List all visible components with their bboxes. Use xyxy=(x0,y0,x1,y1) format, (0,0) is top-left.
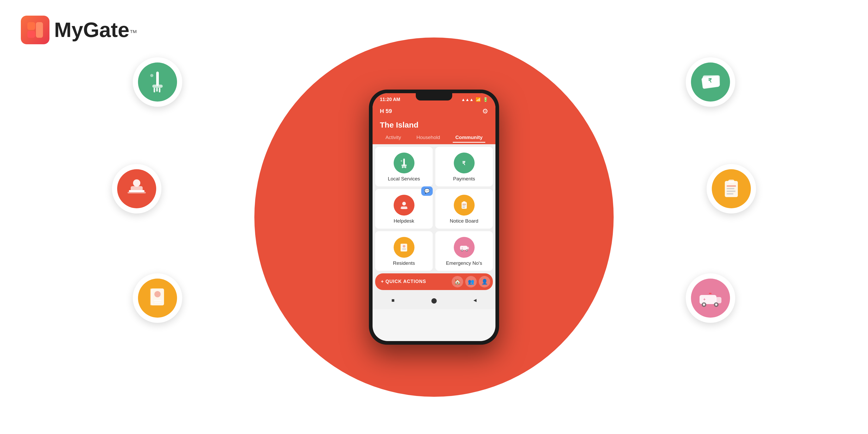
settings-icon[interactable]: ⚙ xyxy=(482,107,488,115)
grid-cell-residents[interactable]: Residents xyxy=(375,231,433,271)
unit-label: H 59 xyxy=(380,108,392,115)
qa-icon-visitor[interactable]: 🏠 xyxy=(452,276,463,287)
svg-rect-40 xyxy=(404,166,405,168)
signal-icon: ▲▲▲ xyxy=(461,97,473,102)
svg-rect-5 xyxy=(154,88,155,92)
svg-rect-24 xyxy=(726,185,736,187)
svg-rect-61 xyxy=(460,246,467,250)
svg-rect-0 xyxy=(27,22,35,30)
phone-notch xyxy=(416,93,452,100)
svg-text:+: + xyxy=(703,297,706,302)
float-icon-helpdesk xyxy=(112,164,161,214)
svg-rect-4 xyxy=(152,85,163,88)
nav-square[interactable]: ■ xyxy=(389,296,398,305)
quick-actions-container: + QUICK ACTIONS 🏠 👥 👤 xyxy=(373,271,495,292)
tabs-bar: Activity Household Community xyxy=(373,133,495,144)
svg-rect-57 xyxy=(400,244,402,251)
svg-rect-27 xyxy=(726,193,734,194)
payments-icon: ₹ xyxy=(454,153,475,174)
svg-rect-1 xyxy=(27,31,35,38)
grid-cell-notice-board[interactable]: Notice Board xyxy=(435,189,493,228)
svg-point-65 xyxy=(462,250,463,251)
svg-rect-59 xyxy=(402,249,406,249)
phone-screen: 11:20 AM ▲▲▲ 📶 🔋 H 59 ⚙ The Island Activ… xyxy=(373,93,495,341)
svg-point-15 xyxy=(154,291,161,297)
grid-cell-helpdesk[interactable]: 💬 Helpdesk xyxy=(375,189,433,228)
svg-rect-3 xyxy=(156,71,159,86)
svg-rect-25 xyxy=(726,188,735,189)
svg-rect-26 xyxy=(726,191,736,192)
svg-point-9 xyxy=(133,179,140,187)
status-time: 11:20 AM xyxy=(380,97,400,102)
residents-icon xyxy=(394,237,414,258)
float-icon-residents xyxy=(133,273,182,323)
wifi-icon: 📶 xyxy=(476,97,481,102)
qa-icons-group: 🏠 👥 👤 xyxy=(452,276,490,287)
svg-rect-38 xyxy=(401,164,407,166)
float-icon-local-services xyxy=(133,57,182,107)
svg-point-66 xyxy=(466,250,467,251)
residents-label: Residents xyxy=(393,260,415,266)
svg-rect-16 xyxy=(154,300,161,301)
svg-rect-28 xyxy=(700,295,716,304)
nav-home[interactable]: ⬤ xyxy=(429,296,439,305)
svg-rect-14 xyxy=(150,288,152,305)
notice-board-label: Notice Board xyxy=(450,218,478,224)
svg-rect-62 xyxy=(466,247,469,249)
nav-back[interactable]: ◄ xyxy=(470,296,479,305)
features-grid: Local Services ₹ Payments 💬 xyxy=(373,144,495,271)
svg-rect-11 xyxy=(131,186,143,191)
svg-rect-12 xyxy=(128,192,146,193)
svg-text:₹: ₹ xyxy=(708,77,712,84)
payments-label: Payments xyxy=(453,176,475,182)
society-title: The Island xyxy=(373,121,495,133)
logo-icon xyxy=(21,16,50,44)
local-services-label: Local Services xyxy=(388,176,420,182)
tab-activity[interactable]: Activity xyxy=(383,133,404,143)
svg-point-42 xyxy=(401,160,402,162)
local-services-icon xyxy=(394,153,414,174)
phone-header: H 59 ⚙ xyxy=(373,106,495,121)
svg-point-33 xyxy=(715,304,717,306)
svg-rect-7 xyxy=(159,88,160,92)
qa-icon-profile[interactable]: 👤 xyxy=(479,276,490,287)
float-icon-notice-board xyxy=(707,164,756,214)
svg-point-46 xyxy=(402,202,406,206)
svg-rect-39 xyxy=(402,166,403,168)
tab-community[interactable]: Community xyxy=(453,133,485,143)
svg-rect-53 xyxy=(462,206,465,206)
emergency-label: Emergency No's xyxy=(446,260,482,266)
svg-rect-48 xyxy=(400,208,408,209)
svg-point-58 xyxy=(403,245,405,248)
svg-rect-6 xyxy=(156,88,158,92)
chat-badge: 💬 xyxy=(421,186,433,196)
logo-area: MyGate™ xyxy=(21,16,137,44)
grid-cell-payments[interactable]: ₹ Payments xyxy=(435,147,493,186)
svg-rect-35 xyxy=(709,293,712,294)
quick-actions-label: + QUICK ACTIONS xyxy=(381,279,426,284)
helpdesk-label: Helpdesk xyxy=(394,218,414,224)
notice-board-icon xyxy=(454,195,475,216)
grid-cell-emergency[interactable]: + Emergency No's xyxy=(435,231,493,271)
svg-rect-52 xyxy=(462,204,466,205)
svg-rect-41 xyxy=(405,166,406,168)
helpdesk-icon xyxy=(394,195,414,216)
tab-household[interactable]: Household xyxy=(414,133,442,143)
float-icon-emergency: + xyxy=(686,273,735,323)
qa-icon-community[interactable]: 👥 xyxy=(465,276,477,287)
grid-cell-local-services[interactable]: Local Services xyxy=(375,147,433,186)
phone-mockup: 11:20 AM ▲▲▲ 📶 🔋 H 59 ⚙ The Island Activ… xyxy=(369,90,499,345)
quick-actions-bar[interactable]: + QUICK ACTIONS 🏠 👥 👤 xyxy=(375,273,493,290)
svg-rect-51 xyxy=(463,201,465,203)
logo-text: MyGate™ xyxy=(54,18,137,42)
svg-point-32 xyxy=(703,304,705,306)
svg-rect-17 xyxy=(154,302,161,303)
svg-text:+: + xyxy=(462,247,463,249)
svg-text:₹: ₹ xyxy=(462,160,465,166)
float-icon-payments: ₹ xyxy=(686,57,735,107)
phone-outer: 11:20 AM ▲▲▲ 📶 🔋 H 59 ⚙ The Island Activ… xyxy=(369,90,499,345)
svg-rect-23 xyxy=(728,180,735,183)
svg-rect-54 xyxy=(462,207,465,208)
status-right: ▲▲▲ 📶 🔋 xyxy=(461,97,488,102)
battery-icon: 🔋 xyxy=(483,97,488,102)
